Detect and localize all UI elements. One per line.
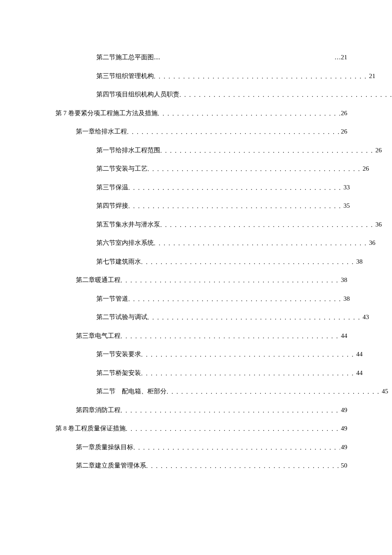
toc-page: 45: [381, 385, 388, 398]
toc-entry: 第二节施工总平面图....…21: [96, 51, 347, 64]
toc-entry: 第一节安装要求44: [96, 348, 347, 360]
toc-leader-block: 21: [154, 70, 375, 82]
toc-page: 49: [340, 404, 347, 416]
toc-entry: 第一节管道38: [96, 293, 347, 305]
toc-leader: [141, 367, 355, 379]
toc-entry: 第四节焊接35: [96, 200, 347, 212]
toc-entry: 第二节桥架安装44: [96, 367, 347, 379]
toc-leader: [141, 349, 355, 360]
toc-entry: 第四章消防工程49: [76, 404, 347, 416]
toc-label: 第一节管道: [96, 293, 128, 305]
toc-leader: [127, 126, 340, 138]
toc-page: 21: [368, 70, 375, 82]
toc-page: 38: [340, 274, 347, 286]
toc-leader-block: 22: [179, 88, 392, 101]
toc-label: 第三节组织管理机构: [96, 70, 154, 82]
toc-leader-row: 35: [128, 200, 350, 212]
toc-leader: [160, 219, 375, 231]
toc-leader-row: 21: [154, 70, 375, 82]
toc-leader-row: 45: [167, 385, 388, 398]
toc-page: 36: [368, 237, 375, 249]
toc-page: 44: [355, 348, 363, 360]
toc-label: 第二节施工总平面图....: [96, 51, 160, 64]
toc-leader: [146, 460, 340, 472]
table-of-contents: 第二节施工总平面图....…21第三节组织管理机构21第四节项目组织机构人员职责…: [55, 51, 347, 472]
toc-leader-row: 33: [128, 181, 350, 194]
toc-leader: [121, 330, 340, 342]
toc-page: 26: [375, 144, 382, 157]
toc-leader-row: 26: [147, 163, 369, 175]
toc-page: 36: [375, 218, 382, 231]
toc-label: 第三节保温: [96, 181, 128, 194]
toc-leader: [154, 237, 368, 249]
toc-label: 第一章质量操纵目标: [76, 441, 133, 453]
toc-entry: 第六节室内排水系统36: [96, 237, 347, 249]
toc-entry: 第五节集水井与潜水泵36: [96, 218, 347, 231]
toc-leader-block: 26: [147, 163, 369, 175]
toc-label: 第 8 卷工程质量保证措施: [55, 422, 126, 435]
toc-leader: [160, 145, 375, 157]
toc-entry: 第一章质量操纵目标49: [76, 441, 347, 453]
toc-label: 第二节桥架安装: [96, 367, 141, 379]
toc-leader: [133, 442, 340, 453]
toc-leader-row: 36: [160, 218, 382, 231]
toc-leader-row: 38: [141, 256, 363, 268]
toc-leader: [141, 256, 355, 268]
toc-page: 43: [362, 311, 369, 323]
toc-leader-block: 36: [154, 237, 375, 249]
toc-leader-row: 26: [160, 144, 382, 157]
toc-entry: 第七节建筑雨水38: [96, 256, 347, 268]
toc-leader: [158, 108, 340, 119]
toc-label: 第六节室内排水系统: [96, 237, 154, 249]
toc-page: 35: [343, 200, 350, 212]
toc-leader: [147, 163, 362, 175]
toc-entry: 第三章电气工程44: [76, 330, 347, 342]
toc-page-block: …21: [334, 51, 347, 64]
toc-label: 第三章电气工程: [76, 330, 121, 342]
toc-leader: [179, 89, 392, 101]
toc-leader: [128, 182, 343, 194]
toc-leader: [121, 274, 340, 286]
toc-leader-block: 35: [128, 200, 350, 212]
toc-label: 第二章建立质量管理体系: [76, 459, 146, 472]
toc-page: 38: [343, 293, 350, 305]
toc-leader-block: 45: [167, 385, 388, 398]
toc-leader-block: 36: [160, 218, 382, 231]
toc-leader: [128, 293, 343, 305]
toc-leader: [121, 404, 340, 416]
toc-leader-row: 44: [141, 348, 363, 360]
toc-leader-block: 38: [141, 256, 363, 268]
toc-leader-block: 43: [147, 311, 369, 323]
toc-page: 49: [340, 441, 347, 453]
toc-leader-block: 38: [128, 293, 350, 305]
toc-leader: [147, 311, 362, 323]
toc-leader: [154, 70, 368, 82]
toc-label: 第四节焊接: [96, 200, 128, 212]
toc-leader: [167, 386, 381, 398]
toc-label: 第五节集水井与潜水泵: [96, 218, 160, 231]
toc-label: 第四节项目组织机构人员职责: [96, 88, 179, 101]
toc-page: 38: [355, 256, 363, 268]
toc-entry: 第二节安装与工艺26: [96, 163, 347, 175]
toc-entry: 第三节组织管理机构21: [96, 70, 347, 82]
toc-label: 第 7 卷要紧分项工程施工方法及措施: [55, 107, 158, 119]
toc-leader: [128, 200, 343, 212]
toc-leader-block: 44: [141, 367, 363, 379]
toc-label: 第一节给排水工程范围: [96, 144, 160, 157]
toc-leader-row: 22: [179, 88, 392, 101]
toc-leader-block: 44: [141, 348, 363, 360]
toc-entry: 第一章给排水工程26: [76, 125, 347, 138]
toc-entry: 第三节保温33: [96, 181, 347, 194]
toc-entry: 第二节试验与调试43: [96, 311, 347, 323]
toc-entry: 第二章暖通工程38: [76, 274, 347, 286]
toc-page: 26: [340, 125, 347, 138]
toc-label: 第一章给排水工程: [76, 125, 127, 138]
toc-entry: 第二章建立质量管理体系50: [76, 459, 347, 472]
toc-page: 50: [340, 459, 347, 472]
toc-entry: 第一节给排水工程范围26: [96, 144, 347, 157]
toc-entry: 第 8 卷工程质量保证措施49: [55, 422, 347, 435]
toc-page: 26: [340, 107, 347, 119]
toc-page: 26: [362, 163, 369, 175]
toc-page: 44: [340, 330, 347, 342]
toc-leader-row: 43: [147, 311, 369, 323]
